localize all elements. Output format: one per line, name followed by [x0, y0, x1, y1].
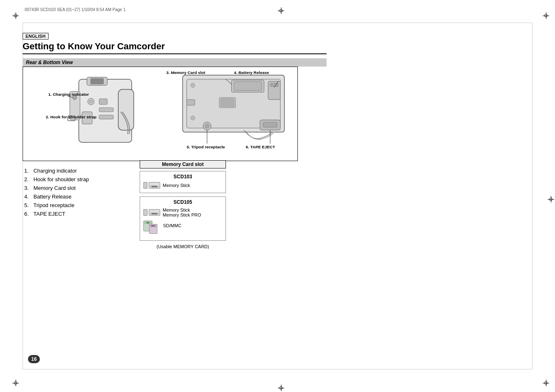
scd103-ms-item: MStk Memory Stick	[143, 182, 222, 189]
svg-rect-20	[270, 83, 279, 87]
page-title: Getting to Know Your Camcorder	[23, 41, 327, 54]
list-item-3-text: Memory Card slot	[33, 185, 76, 191]
list-item-3-num: 3.	[24, 185, 29, 191]
ms-body-icon: MStk	[149, 182, 160, 189]
svg-rect-31	[221, 99, 234, 106]
svg-rect-18	[234, 82, 261, 91]
svg-point-22	[205, 124, 209, 128]
list-item-4-num: 4.	[24, 194, 29, 200]
list-item-6-text: TAPE EJECT	[33, 211, 65, 217]
list-item-2-num: 2.	[24, 176, 29, 182]
list-item-2-text: Hook for shoulder strap	[33, 176, 89, 182]
trim-line-bottom	[23, 369, 532, 369]
page-container: 00743R SCD103 SEA (01~27) 1/10/04 8:54 A…	[0, 0, 555, 392]
scd105-title: SCD105	[143, 199, 222, 205]
list-item-4-text: Battery Release	[33, 194, 71, 200]
list-item-1-num: 1.	[24, 168, 29, 174]
scd103-ms-label: Memory Stick	[163, 183, 190, 188]
english-badge: ENGLISH	[23, 33, 48, 39]
header-meta: 00743R SCD103 SEA (01~27) 1/10/04 8:54 A…	[25, 7, 125, 12]
svg-text:1. Charging indicator: 1. Charging indicator	[48, 92, 89, 97]
svg-point-28	[192, 117, 193, 119]
svg-rect-3	[118, 90, 134, 130]
scd105-ms-item: MStk Memory Stick Memory Stick PRO	[143, 208, 222, 217]
usable-text: (Usable MEMORY CARD)	[140, 244, 226, 249]
list-item-6-num: 6.	[24, 211, 29, 217]
svg-text:3. Memory Card slot: 3. Memory Card slot	[166, 70, 205, 75]
svg-rect-10	[99, 108, 113, 112]
trim-line-top	[23, 23, 532, 23]
scd105-ms-connector-icon	[143, 209, 147, 216]
section-label: Rear & Bottom View	[23, 58, 327, 67]
svg-text:6. TAPE EJECT: 6. TAPE EJECT	[246, 145, 275, 149]
svg-point-26	[192, 85, 193, 86]
list-item-5-num: 5.	[24, 202, 29, 208]
list-item-5-text: Tripod receptacle	[33, 202, 74, 208]
scd103-box: SCD103 MStk Memory Stick	[140, 171, 226, 193]
memory-card-section: Memory Card slot SCD103 MStk Memory Stic…	[140, 160, 226, 249]
trim-line-right	[532, 23, 532, 369]
diagram-box: 3. Memory Card slot 4. Battery Release 1…	[23, 67, 298, 161]
svg-rect-29	[187, 99, 195, 105]
svg-point-8	[90, 100, 93, 103]
memory-card-title: Memory Card slot	[140, 160, 226, 168]
scd105-ms-label: Memory Stick Memory Stick PRO	[163, 208, 201, 217]
list-item-1-text: Charging indicator	[33, 168, 77, 174]
sdmmc-icon-group: SD MMC	[143, 221, 159, 236]
svg-text:2. Hook for shoulder strap: 2. Hook for shoulder strap	[46, 115, 96, 119]
mmc-icon: MMC	[149, 224, 157, 234]
svg-rect-9	[99, 99, 107, 104]
scd105-box: SCD105 MStk Memory Stick Memory Stick PR…	[140, 196, 226, 241]
page-number: 16	[28, 355, 40, 363]
scd103-title: SCD103	[143, 174, 222, 180]
ms-connector-icon	[143, 182, 147, 189]
scd105-sdmmc-item: SD MMC SD/MMC	[143, 221, 222, 236]
svg-text:5. Tripod receptacle: 5. Tripod receptacle	[187, 145, 225, 149]
svg-rect-11	[99, 115, 113, 119]
svg-text:4. Battery Release: 4. Battery Release	[234, 70, 269, 75]
sdmmc-label: SD/MMC	[163, 223, 182, 228]
camcorder-diagram-svg: 3. Memory Card slot 4. Battery Release 1…	[23, 67, 297, 161]
scd105-ms-body-icon: MStk	[149, 209, 160, 216]
svg-rect-24	[263, 122, 277, 127]
svg-rect-2	[90, 78, 104, 84]
